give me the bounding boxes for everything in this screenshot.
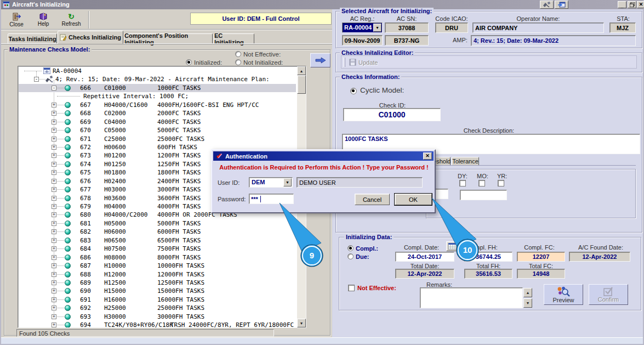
password-input[interactable]: *** (249, 194, 294, 204)
tree-check-row[interactable]: +682H060006000FH TASKS (19, 228, 296, 236)
user-id-dropdown-button[interactable]: ▼ (283, 178, 292, 186)
tree-expander[interactable]: + (52, 255, 56, 260)
tree-interval-row[interactable]: Repetitive Interval: 1000 FC; (19, 92, 296, 100)
tree-expander[interactable]: + (52, 145, 56, 150)
close-window-button[interactable]: ✕ (637, 1, 644, 8)
user-id-combo[interactable]: DEM ▼ (249, 177, 293, 188)
tree-expander[interactable]: + (52, 128, 56, 133)
tree-expander[interactable]: + (52, 314, 56, 319)
tree-expander[interactable]: + (52, 323, 56, 327)
tree-expander[interactable]: + (52, 306, 56, 310)
preview-button[interactable]: Preview (544, 284, 583, 305)
tab-tasks-initializing[interactable]: Tasks Initializing (8, 33, 57, 44)
tree-check-row[interactable]: +694TC24K/Y08+RY06/C18KTRSH 24000FC/8YR,… (19, 321, 296, 327)
tree-expander[interactable]: + (52, 179, 56, 184)
tab-tolerance[interactable]: Tolerance (452, 157, 479, 166)
tree-expander[interactable]: + (52, 212, 56, 217)
tree-check-row[interactable]: +671C2500025000FC TASKS (19, 135, 296, 143)
satellite-tool-button[interactable] (540, 1, 554, 9)
tree-expander[interactable]: + (52, 263, 56, 268)
tree-expander[interactable]: + (52, 153, 56, 158)
dy-checkbox[interactable] (459, 180, 466, 186)
tree-check-row[interactable]: +687H1000010000FH TASKS (19, 262, 296, 270)
tree-expander[interactable]: - (52, 86, 56, 91)
confirm-button[interactable]: Confirm (589, 284, 628, 305)
compl-fh-field[interactable]: 36744.25 (464, 252, 512, 262)
remarks-scroll-up-button[interactable]: ▲ (523, 288, 532, 297)
tab-checks-initializing[interactable]: Checks Initializing (58, 31, 123, 44)
radio-initialized[interactable] (186, 59, 192, 65)
tree-check-row[interactable]: +668C020002000FC TASKS (19, 109, 296, 117)
radio-not-initialized[interactable] (235, 59, 241, 65)
tree-expander[interactable]: + (52, 289, 56, 293)
refresh-button[interactable]: ↻ Refresh (58, 11, 85, 29)
mo-checkbox[interactable] (478, 180, 485, 186)
tree-expander[interactable]: + (52, 229, 56, 234)
tree-check-row[interactable]: +669C040004000FC TASKS (19, 118, 296, 126)
tree-expander[interactable]: + (52, 280, 56, 285)
check-id-field[interactable]: C01000 (343, 108, 441, 121)
threshold-small-input[interactable] (434, 189, 448, 199)
tree-expander[interactable]: + (52, 272, 56, 277)
tree-expander[interactable]: + (52, 111, 56, 116)
ac-reg-dropdown-button[interactable]: ▼ (373, 24, 381, 32)
tree-root-row[interactable]: RA-00004 (19, 67, 296, 75)
tree-check-row[interactable]: +686H080008000FH TASKS (19, 253, 296, 262)
tree-check-row[interactable]: +684H075007500FH TASKS (19, 245, 296, 253)
scroll-down-button[interactable]: ▼ (297, 319, 306, 327)
compl-fc-field[interactable]: 12207 (517, 252, 565, 262)
tree-expander[interactable]: + (52, 297, 56, 302)
tree-check-row[interactable]: +690H1500015000FH TASKS (19, 287, 296, 295)
tree-expander[interactable]: + (52, 204, 56, 209)
remarks-field[interactable] (420, 287, 523, 308)
tree-expander[interactable]: + (52, 137, 56, 142)
tree-check-row[interactable]: +683H065006500FH TASKS (19, 236, 296, 245)
tree-expander[interactable]: + (52, 238, 56, 243)
tree-expander[interactable]: + (52, 103, 56, 108)
close-button[interactable]: Close (4, 11, 29, 29)
cancel-button[interactable]: Cancel (355, 194, 390, 205)
remarks-scroll-down-button[interactable]: ▼ (523, 298, 532, 308)
tab-ec-initializing[interactable]: EC Initializing (214, 33, 254, 44)
threshold-date-input[interactable] (460, 190, 507, 200)
not-effective-checkbox[interactable] (348, 285, 355, 291)
check-id: H30000 (104, 313, 126, 321)
tree-check-row[interactable]: +691H1600016000FH TASKS (19, 296, 296, 304)
tree-expander[interactable]: + (52, 246, 56, 251)
radio-due[interactable] (347, 253, 354, 259)
compl-date-field[interactable]: 24-Oct-2017 (395, 252, 454, 262)
tree-check-row[interactable]: +667H04000/C16004000FH/1600FC-BSI ENG HP… (19, 101, 296, 109)
tree-check-row[interactable]: +670C050005000FC TASKS (19, 126, 296, 134)
window-export-tool-button[interactable] (555, 1, 568, 9)
transfer-arrow-button[interactable] (310, 53, 330, 67)
scroll-up-button[interactable]: ▲ (297, 66, 306, 75)
tree-expander[interactable]: + (52, 162, 56, 167)
restore-button[interactable] (628, 1, 636, 8)
radio-compl[interactable] (347, 245, 354, 251)
radio-not-effective[interactable] (235, 51, 241, 57)
tree-expander[interactable]: + (52, 221, 56, 226)
scroll-thumb[interactable] (297, 75, 306, 94)
calendar-button[interactable] (446, 241, 459, 251)
tree-expander[interactable]: + (52, 120, 56, 125)
tree-expander[interactable]: + (52, 170, 56, 175)
tree-check-row[interactable]: +689H1250012500FH TASKS (19, 279, 296, 287)
tree-check-row[interactable]: +693H3000030000FH TASKS (19, 313, 296, 321)
radio-cyclic-model[interactable] (350, 88, 357, 94)
tree-expander[interactable]: - (34, 77, 39, 82)
minimize-button[interactable]: _ (618, 1, 626, 8)
update-button[interactable]: Update (348, 56, 382, 68)
tree-check-row[interactable]: -666C010001000FC TASKS (19, 84, 296, 92)
tree-check-row[interactable]: +688H1200012000FH TASKS (19, 270, 296, 279)
help-button[interactable]: Help (31, 11, 56, 29)
tree-expander[interactable]: + (52, 187, 56, 192)
tab-components-position-initializing[interactable]: Component's Position Initializing (124, 33, 213, 44)
tree-plan-row[interactable]: - 4; Rev.: 15; Date: 09-Mar-2022 - Aircr… (19, 75, 296, 83)
dialog-close-button[interactable]: ✕ (423, 152, 432, 160)
ok-button[interactable]: OK (395, 194, 432, 205)
ac-reg-combo[interactable]: RA-00004 ▼ (342, 22, 383, 33)
tree-expander[interactable]: + (52, 196, 56, 201)
tree-check-row[interactable]: +692H2500025000FH TASKS (19, 304, 296, 312)
tree-check-row[interactable]: +681H050005000FH TASKS (19, 219, 296, 228)
yr-checkbox[interactable] (498, 180, 504, 186)
